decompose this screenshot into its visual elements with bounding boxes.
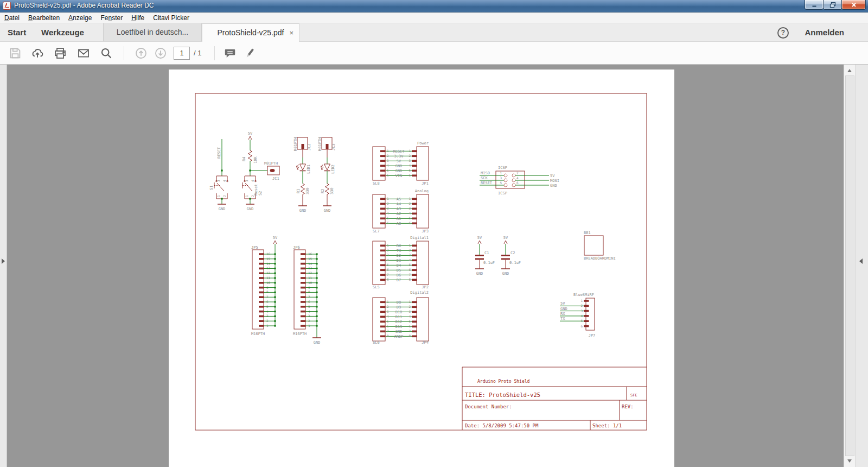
svg-text:7: 7 xyxy=(387,273,389,276)
svg-text:D11: D11 xyxy=(395,315,403,319)
scroll-up-icon[interactable] xyxy=(847,69,852,72)
svg-text:5: 5 xyxy=(387,263,389,267)
svg-text:8: 8 xyxy=(409,334,411,338)
menu-bar: DateiBearbeitenAnzeigeFensterHilfeCitavi… xyxy=(0,12,868,23)
search-icon xyxy=(100,47,113,60)
svg-text:SCK: SCK xyxy=(481,176,488,180)
svg-text:1: 1 xyxy=(409,197,411,200)
svg-text:D5: D5 xyxy=(397,268,401,273)
svg-text:GND: GND xyxy=(314,340,321,345)
icsp-header: ICSPICSPMISO1SCK3RESET525V4MOSI6GND xyxy=(480,166,559,195)
svg-text:RX: RX xyxy=(397,244,401,248)
tools-pane-toggle[interactable] xyxy=(856,65,868,467)
restore-button[interactable] xyxy=(823,0,842,10)
print-button[interactable] xyxy=(54,47,67,60)
email-icon xyxy=(77,47,90,60)
next-page-button[interactable] xyxy=(154,47,167,60)
nav-start[interactable]: Start xyxy=(8,23,26,41)
vertical-scrollbar[interactable] xyxy=(844,65,856,467)
highlight-button[interactable] xyxy=(242,47,256,60)
svg-text:BlueSMiRF: BlueSMiRF xyxy=(573,293,594,297)
share-upload-button[interactable] xyxy=(31,47,44,60)
menu-item-anzeige[interactable]: Anzeige xyxy=(64,12,96,23)
page-up-icon xyxy=(135,47,148,60)
svg-text:1: 1 xyxy=(580,299,583,302)
page-number-input[interactable] xyxy=(174,47,190,60)
svg-text:D12: D12 xyxy=(395,320,403,324)
comment-icon xyxy=(224,47,237,60)
pdf-page[interactable]: RESET3412GNDS15VR410K3412GNDResetS2M01PT… xyxy=(169,70,674,467)
comment-button[interactable] xyxy=(224,47,237,60)
menu-item-citavi-picker[interactable]: Citavi Picker xyxy=(149,12,194,23)
sign-in-link[interactable]: Anmelden xyxy=(805,23,844,41)
svg-text:330: 330 xyxy=(305,187,310,194)
svg-text:330: 330 xyxy=(330,187,334,194)
svg-text:R4: R4 xyxy=(242,157,246,161)
svg-text:2: 2 xyxy=(409,154,411,157)
menu-item-datei[interactable]: Datei xyxy=(0,12,24,23)
schematic-canvas: RESET3412GNDS15VR410K3412GNDResetS2M01PT… xyxy=(169,70,674,467)
svg-text:Date: 5/8/2009 5:47:50 PM: Date: 5/8/2009 5:47:50 PM xyxy=(465,423,539,428)
svg-text:Power: Power xyxy=(417,141,429,146)
svg-text:3: 3 xyxy=(387,310,389,313)
close-button[interactable] xyxy=(841,0,866,10)
nav-pane-toggle[interactable] xyxy=(0,65,7,467)
nav-werkzeuge[interactable]: Werkzeuge xyxy=(41,23,84,41)
svg-text:Document Number:: Document Number: xyxy=(465,404,512,409)
svg-text:GND: GND xyxy=(560,307,567,311)
svg-text:GND: GND xyxy=(299,209,307,213)
svg-text:4: 4 xyxy=(409,211,411,215)
svg-text:5: 5 xyxy=(387,216,389,220)
svg-text:4: 4 xyxy=(251,180,254,182)
search-button[interactable] xyxy=(100,47,113,60)
save-button[interactable] xyxy=(9,47,22,60)
tab-protoshield[interactable]: ProtoShield-v25.pdf × xyxy=(202,23,299,42)
svg-text:D8: D8 xyxy=(397,300,401,305)
svg-text:5V: 5V xyxy=(503,236,508,240)
svg-text:C2: C2 xyxy=(510,251,515,255)
menu-item-bearbeiten[interactable]: Bearbeiten xyxy=(24,12,64,23)
svg-text:M16PTH: M16PTH xyxy=(251,332,265,336)
previous-page-button[interactable] xyxy=(135,47,148,60)
svg-text:MOSI: MOSI xyxy=(550,179,559,183)
svg-text:4: 4 xyxy=(387,258,389,262)
svg-text:Analog: Analog xyxy=(415,189,429,193)
expand-left-icon xyxy=(859,258,863,264)
toolbar-separator xyxy=(214,46,215,60)
svg-text:JP7: JP7 xyxy=(589,333,596,338)
svg-text:TX: TX xyxy=(560,317,565,321)
svg-text:0.1uF: 0.1uF xyxy=(483,261,495,265)
svg-text:2: 2 xyxy=(387,201,389,205)
svg-text:GND: GND xyxy=(219,207,226,211)
svg-text:3: 3 xyxy=(245,180,248,182)
scroll-down-icon[interactable] xyxy=(847,459,852,463)
svg-text:BB1: BB1 xyxy=(584,231,591,235)
svg-text:M16PTH: M16PTH xyxy=(293,332,307,336)
email-button[interactable] xyxy=(77,47,90,60)
svg-text:2: 2 xyxy=(387,154,389,157)
svg-text:1: 1 xyxy=(500,171,502,175)
svg-text:6: 6 xyxy=(387,324,389,328)
tab-loetfibel[interactable]: Loetfibel in deutsch... xyxy=(103,23,202,41)
menu-item-fenster[interactable]: Fenster xyxy=(96,12,127,23)
svg-text:GND: GND xyxy=(502,272,509,276)
scrollbar-thumb[interactable] xyxy=(845,75,854,456)
svg-text:GND: GND xyxy=(324,209,331,213)
svg-text:3: 3 xyxy=(500,176,502,180)
expand-right-icon xyxy=(2,258,5,264)
svg-text:1: 1 xyxy=(409,149,411,153)
svg-text:5: 5 xyxy=(409,263,411,267)
svg-text:5V: 5V xyxy=(477,236,482,240)
minimize-button[interactable] xyxy=(805,0,824,10)
connector-block-power: Power11RESET223.3V335V44GND55GND66VINSL8… xyxy=(373,141,429,186)
svg-text:JC2: JC2 xyxy=(307,143,311,150)
help-icon[interactable]: ? xyxy=(777,27,789,39)
minimize-icon xyxy=(811,2,818,8)
menu-item-hilfe[interactable]: Hilfe xyxy=(127,12,149,23)
svg-text:TITLE: ProtoShield-v25: TITLE: ProtoShield-v25 xyxy=(465,392,540,398)
reset-circuit: RESET3412GNDS15VR410K3412GNDResetS2M01PT… xyxy=(209,131,279,211)
svg-text:6: 6 xyxy=(409,268,411,272)
tab-close-icon[interactable]: × xyxy=(289,24,293,42)
svg-text:1: 1 xyxy=(387,197,389,200)
capacitor-C1: 5VC10.1uFGND xyxy=(475,236,495,276)
